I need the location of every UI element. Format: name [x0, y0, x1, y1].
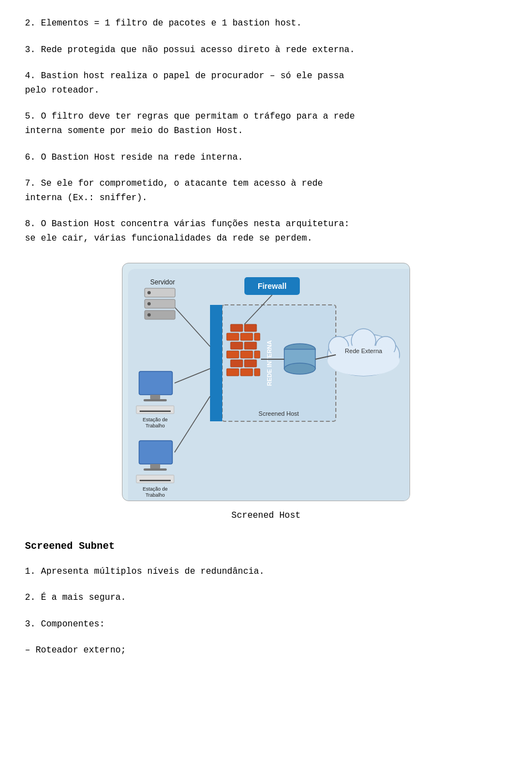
svg-rect-33 — [241, 333, 253, 340]
ss-item-2-text: 2. É a mais segura. — [25, 593, 126, 603]
network-diagram: REDE INTERNA Firewall Servidor — [128, 269, 410, 501]
paragraph-6-text: 6. O Bastion Host reside na rede interna… — [25, 152, 243, 162]
ss-item-3: 3. Componentes: — [25, 618, 507, 632]
svg-point-12 — [147, 313, 151, 317]
svg-rect-38 — [241, 351, 253, 358]
ss-item-1-text: 1. Apresenta múltiplos níveis de redundâ… — [25, 567, 264, 577]
svg-text:Rede Externa: Rede Externa — [345, 348, 382, 354]
svg-rect-23 — [150, 464, 160, 468]
svg-rect-42 — [227, 369, 239, 376]
diagram-container: REDE INTERNA Firewall Servidor — [122, 263, 410, 522]
svg-rect-22 — [139, 441, 172, 464]
paragraph-8: 8. O Bastion Host concentra várias funçõ… — [25, 217, 507, 246]
svg-rect-35 — [231, 342, 243, 349]
svg-rect-2 — [210, 305, 222, 421]
svg-rect-44 — [254, 369, 260, 376]
svg-rect-24 — [144, 468, 167, 471]
ss-item-2: 2. É a mais segura. — [25, 591, 507, 605]
svg-point-8 — [147, 291, 151, 294]
ss-item-1: 1. Apresenta múltiplos níveis de redundâ… — [25, 565, 507, 579]
paragraph-8-text: 8. O Bastion Host concentra várias funçõ… — [25, 219, 350, 243]
diagram-caption: Screened Host — [232, 509, 301, 522]
paragraph-2: 2. Elementos = 1 filtro de pacotes e 1 b… — [25, 17, 507, 31]
svg-rect-37 — [227, 351, 239, 358]
paragraph-4: 4. Bastion host realiza o papel de procu… — [25, 69, 507, 98]
svg-text:Screened Host: Screened Host — [259, 410, 299, 417]
main-content: 2. Elementos = 1 filtro de pacotes e 1 b… — [25, 17, 507, 658]
svg-rect-43 — [241, 369, 253, 376]
ss-item-3-text: 3. Componentes: — [25, 619, 105, 629]
svg-rect-40 — [231, 360, 243, 367]
svg-text:Trabalho: Trabalho — [145, 423, 165, 429]
diagram-box: REDE INTERNA Firewall Servidor — [122, 263, 410, 501]
svg-point-10 — [147, 302, 151, 305]
svg-rect-41 — [244, 360, 257, 367]
svg-rect-15 — [150, 395, 160, 399]
svg-text:▬▬▬▬▬▬▬: ▬▬▬▬▬▬▬ — [140, 408, 171, 413]
svg-text:Firewall: Firewall — [258, 282, 287, 290]
svg-text:Estação de: Estação de — [142, 417, 167, 422]
svg-point-47 — [284, 363, 315, 374]
svg-rect-34 — [254, 333, 260, 340]
svg-text:REDE INTERNA: REDE INTERNA — [266, 340, 273, 386]
svg-rect-31 — [244, 324, 257, 332]
ss-item-4-text: – Roteador externo; — [25, 645, 126, 655]
svg-text:Estação de: Estação de — [142, 486, 167, 492]
svg-rect-32 — [227, 333, 239, 340]
paragraph-6: 6. O Bastion Host reside na rede interna… — [25, 151, 507, 165]
svg-rect-30 — [231, 324, 243, 332]
paragraph-4-text: 4. Bastion host realiza o papel de procu… — [25, 71, 344, 95]
paragraph-2-text: 2. Elementos = 1 filtro de pacotes e 1 b… — [25, 18, 301, 28]
ss-item-4: – Roteador externo; — [25, 644, 507, 658]
paragraph-5: 5. O filtro deve ter regras que permitam… — [25, 110, 507, 138]
paragraph-3-text: 3. Rede protegida que não possui acesso … — [25, 45, 355, 55]
svg-text:Servidor: Servidor — [150, 278, 175, 286]
svg-rect-36 — [244, 342, 257, 349]
paragraph-7: 7. Se ele for comprometido, o atacante t… — [25, 177, 507, 205]
svg-rect-39 — [254, 351, 260, 358]
screened-subnet-heading: Screened Subnet — [25, 539, 507, 554]
svg-text:▬▬▬▬▬▬▬: ▬▬▬▬▬▬▬ — [140, 477, 171, 482]
paragraph-5-text: 5. O filtro deve ter regras que permitam… — [25, 111, 355, 136]
paragraph-7-text: 7. Se ele for comprometido, o atacante t… — [25, 179, 323, 203]
svg-text:Trabalho: Trabalho — [145, 492, 165, 498]
paragraph-3: 3. Rede protegida que não possui acesso … — [25, 43, 507, 58]
svg-rect-16 — [144, 399, 167, 401]
svg-rect-14 — [139, 371, 172, 395]
